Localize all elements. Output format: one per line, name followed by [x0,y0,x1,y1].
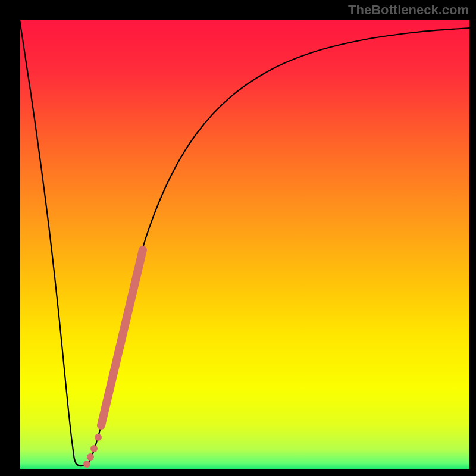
highlight-dot [87,453,94,461]
watermark-text: TheBottleneck.com [348,2,469,18]
highlight-dot [95,434,102,441]
highlight-dot [83,461,90,468]
bottleneck-chart [0,0,476,476]
plot-background-gradient [20,20,469,469]
chart-frame: { "watermark": "TheBottleneck.com", "cha… [0,0,476,476]
highlight-dot [90,445,98,452]
